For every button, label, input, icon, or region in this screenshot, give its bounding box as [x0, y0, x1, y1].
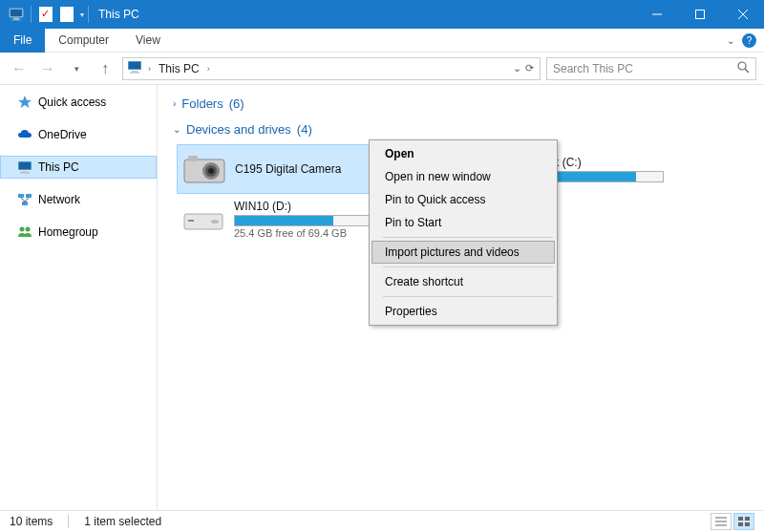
- maximize-button[interactable]: [678, 0, 721, 29]
- sidebar-item-onedrive[interactable]: OneDrive: [0, 123, 157, 146]
- expand-ribbon-icon[interactable]: ⌄: [727, 35, 734, 46]
- svg-rect-21: [22, 202, 28, 205]
- refresh-icon[interactable]: ⟳: [525, 62, 534, 74]
- view-tab[interactable]: View: [122, 29, 174, 53]
- homegroup-icon: [17, 224, 32, 240]
- details-view-button[interactable]: [711, 513, 732, 530]
- svg-point-39: [211, 220, 219, 223]
- sidebar-item-label: OneDrive: [38, 128, 87, 141]
- breadcrumb-this-pc[interactable]: This PC: [155, 62, 203, 75]
- svg-point-30: [208, 168, 214, 174]
- svg-point-25: [26, 227, 31, 232]
- svg-rect-38: [188, 220, 194, 222]
- svg-line-23: [25, 198, 29, 202]
- search-placeholder: Search This PC: [553, 62, 633, 75]
- group-count: (6): [229, 96, 244, 111]
- address-dropdown-icon[interactable]: ⌄: [513, 62, 521, 74]
- help-icon[interactable]: ?: [742, 33, 756, 48]
- svg-rect-43: [738, 517, 743, 521]
- this-pc-icon: [125, 59, 144, 77]
- svg-line-22: [21, 198, 25, 202]
- navigation-pane: Quick access OneDrive This PC Network Ho…: [0, 85, 158, 510]
- sidebar-item-label: Network: [38, 193, 80, 206]
- svg-marker-14: [18, 96, 32, 108]
- quick-access-toolbar: ▾: [0, 4, 93, 25]
- properties-icon[interactable]: [35, 4, 56, 25]
- file-tab[interactable]: File: [0, 29, 45, 53]
- sidebar-item-homegroup[interactable]: Homegroup: [0, 221, 157, 244]
- menu-item-open[interactable]: Open: [371, 142, 555, 165]
- svg-rect-46: [745, 522, 750, 526]
- svg-rect-27: [188, 156, 198, 161]
- this-pc-icon[interactable]: [6, 4, 27, 25]
- up-button[interactable]: ↑: [94, 57, 117, 80]
- menu-item-pin-start[interactable]: Pin to Start: [371, 211, 555, 234]
- svg-rect-44: [745, 517, 750, 521]
- navigation-bar: ← → ▾ ↑ › This PC › ⌄ ⟳ Search This PC: [0, 53, 764, 85]
- svg-rect-18: [20, 173, 30, 174]
- sidebar-item-label: Homegroup: [38, 225, 98, 239]
- svg-rect-2: [13, 18, 19, 20]
- tiles-view-button[interactable]: [733, 513, 754, 530]
- recent-locations-icon[interactable]: ▾: [65, 57, 88, 80]
- menu-separator: [383, 237, 553, 238]
- menu-separator: [383, 266, 553, 267]
- status-item-count: 10 items: [10, 515, 64, 528]
- svg-rect-5: [695, 11, 704, 19]
- drive-icon: [180, 200, 226, 238]
- svg-rect-17: [22, 171, 28, 173]
- status-selected-count: 1 item selected: [84, 515, 173, 528]
- menu-item-create-shortcut[interactable]: Create shortcut: [371, 270, 555, 293]
- sidebar-item-network[interactable]: Network: [0, 188, 157, 211]
- svg-rect-11: [130, 73, 139, 74]
- group-count: (4): [297, 122, 312, 137]
- star-icon: [17, 95, 32, 110]
- chevron-right-icon[interactable]: ›: [144, 64, 155, 74]
- new-icon[interactable]: [56, 4, 77, 25]
- svg-rect-16: [19, 162, 31, 169]
- group-header-folders[interactable]: › Folders (6): [169, 93, 753, 118]
- svg-rect-3: [11, 20, 21, 21]
- chevron-right-icon[interactable]: ›: [203, 64, 214, 74]
- svg-point-12: [738, 62, 746, 70]
- sidebar-item-this-pc[interactable]: This PC: [0, 156, 157, 179]
- chevron-down-icon: ⌄: [173, 124, 180, 135]
- window-title: This PC: [98, 8, 139, 21]
- titlebar: ▾ This PC: [0, 0, 764, 29]
- svg-rect-45: [738, 522, 743, 526]
- ribbon-tabs: File Computer View ⌄ ?: [0, 29, 764, 53]
- group-label: Folders: [181, 96, 223, 111]
- menu-item-pin-quick-access[interactable]: Pin to Quick access: [371, 188, 555, 211]
- menu-item-open-new-window[interactable]: Open in new window: [371, 165, 555, 188]
- svg-line-13: [745, 69, 749, 73]
- sidebar-item-quick-access[interactable]: Quick access: [0, 91, 157, 114]
- search-icon: [737, 61, 750, 76]
- minimize-button[interactable]: [635, 0, 678, 29]
- camera-icon: [181, 150, 227, 188]
- svg-rect-10: [132, 71, 138, 73]
- svg-rect-9: [129, 62, 140, 69]
- status-bar: 10 items 1 item selected: [0, 510, 764, 532]
- computer-tab[interactable]: Computer: [45, 29, 122, 53]
- cloud-icon: [17, 127, 32, 142]
- svg-point-24: [20, 227, 25, 232]
- forward-button[interactable]: →: [36, 57, 59, 80]
- context-menu: Open Open in new window Pin to Quick acc…: [369, 139, 558, 326]
- close-button[interactable]: [721, 0, 764, 29]
- menu-separator: [383, 296, 553, 297]
- search-input[interactable]: Search This PC: [546, 57, 756, 80]
- this-pc-icon: [17, 160, 32, 175]
- chevron-right-icon: ›: [173, 98, 176, 109]
- sidebar-item-label: Quick access: [38, 96, 106, 109]
- menu-item-import-pictures[interactable]: Import pictures and videos: [371, 241, 555, 264]
- svg-rect-1: [11, 10, 22, 16]
- group-label: Devices and drives: [186, 122, 291, 137]
- qat-dropdown-icon[interactable]: ▾: [80, 11, 84, 19]
- sidebar-item-label: This PC: [38, 160, 79, 174]
- svg-rect-19: [18, 194, 24, 198]
- network-icon: [17, 192, 32, 207]
- address-bar[interactable]: › This PC › ⌄ ⟳: [122, 57, 541, 80]
- menu-item-properties[interactable]: Properties: [371, 300, 555, 323]
- svg-rect-20: [26, 194, 32, 198]
- back-button[interactable]: ←: [8, 57, 31, 80]
